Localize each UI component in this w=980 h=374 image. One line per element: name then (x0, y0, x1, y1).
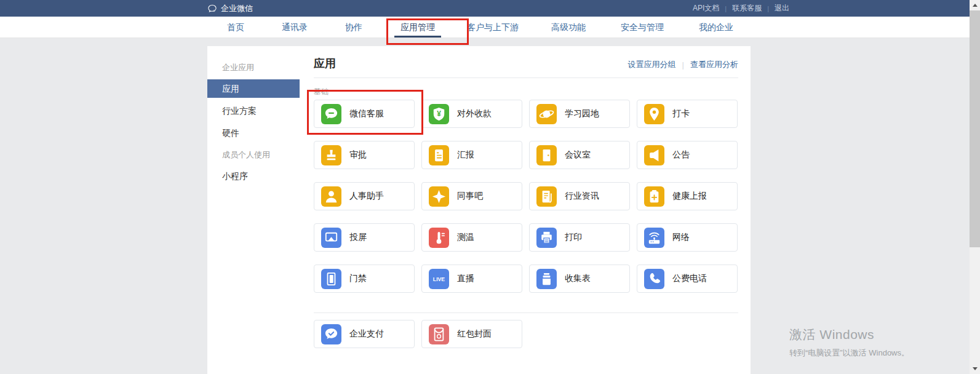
sidebar-section-header: 成员个人使用 (207, 147, 300, 163)
nav-tab[interactable]: 客户与上下游 (463, 17, 522, 38)
app-label: 健康上报 (672, 191, 707, 202)
app-card[interactable]: 人事助手 (314, 182, 415, 210)
svg-text:LIVE: LIVE (433, 276, 445, 282)
door-meeting-icon (536, 145, 557, 165)
nav-tab[interactable]: 首页 (223, 17, 248, 38)
app-label: 测温 (457, 232, 474, 243)
app-card[interactable]: LIVE直播 (421, 265, 522, 293)
app-label: 企业支付 (349, 328, 384, 340)
brand-logo[interactable]: 企业微信 (207, 0, 253, 17)
megaphone-icon (644, 145, 664, 165)
svg-text:¥: ¥ (437, 109, 441, 117)
nav-tab[interactable]: 协作 (341, 17, 366, 38)
app-card[interactable]: 网络 (637, 223, 738, 252)
vertical-scrollbar[interactable] (970, 0, 980, 374)
sidebar-item[interactable]: 硬件 (207, 124, 300, 142)
app-card[interactable]: 企业支付 (314, 320, 415, 348)
sidebar-section-header: 企业应用 (207, 60, 300, 76)
person-icon (321, 186, 341, 207)
app-card[interactable]: 测温 (421, 223, 522, 252)
content-area: 应用 设置应用分组|查看应用分析 基础 微信客服¥对外收款学习园地打卡审批汇报会… (314, 46, 738, 374)
app-card[interactable]: 投屏 (314, 223, 415, 252)
app-card[interactable]: 行业资讯 (529, 182, 630, 210)
stamp-icon (321, 145, 341, 165)
app-label: 直播 (457, 273, 474, 284)
watermark-line1: 激活 Windows (789, 326, 909, 343)
nav-tab[interactable]: 我的企业 (695, 17, 737, 38)
router-icon (644, 228, 664, 248)
windows-activation-watermark: 激活 Windows 转到“电脑设置”以激活 Windows。 (789, 326, 909, 359)
app-card[interactable]: 公告 (637, 141, 738, 169)
app-card[interactable]: 打印 (529, 223, 630, 252)
app-label: 审批 (349, 149, 367, 161)
chevron-up-icon (973, 4, 978, 7)
app-label: 打印 (565, 232, 582, 243)
collect-box-icon (536, 269, 557, 289)
topbar-link[interactable]: API文档 (693, 3, 719, 14)
app-card[interactable]: 门禁 (314, 265, 415, 293)
action-separator: | (682, 60, 684, 70)
chevron-down-icon (973, 367, 978, 370)
door-access-icon (321, 269, 341, 289)
app-card[interactable]: 收集表 (529, 265, 630, 293)
compass-icon (429, 186, 449, 207)
nav-tab[interactable]: 通讯录 (278, 17, 311, 38)
app-card[interactable]: 会议室 (529, 141, 630, 169)
topbar-link[interactable]: 退出 (775, 3, 789, 14)
clipboard-plus-icon (644, 186, 664, 207)
action-link[interactable]: 查看应用分析 (690, 59, 738, 70)
app-label: 学习园地 (565, 108, 599, 119)
app-card[interactable]: 红包封面 (421, 320, 522, 348)
printer-icon (536, 228, 557, 248)
topbar-link[interactable]: 联系客服 (732, 3, 762, 14)
news-icon (536, 186, 557, 207)
app-label: 行业资讯 (565, 191, 599, 202)
scrollbar-up-button[interactable] (970, 0, 980, 10)
app-label: 会议室 (565, 149, 591, 161)
app-label: 公告 (672, 149, 690, 161)
page-title: 应用 (314, 56, 336, 71)
app-card[interactable]: 汇报 (421, 141, 522, 169)
action-link[interactable]: 设置应用分组 (628, 59, 676, 70)
nav-tab[interactable]: 安全与管理 (617, 17, 667, 38)
app-label: 门禁 (349, 273, 367, 284)
app-label: 微信客服 (349, 108, 384, 119)
app-label: 打卡 (672, 108, 690, 119)
live-icon: LIVE (429, 269, 449, 289)
top-bar: 企业微信 API文档|联系客服|退出 (0, 0, 980, 17)
yen-shield-icon: ¥ (429, 104, 449, 124)
sidebar-item[interactable]: 小程序 (207, 167, 300, 185)
thermometer-icon (429, 228, 449, 248)
app-label: 投屏 (349, 232, 367, 243)
app-card[interactable]: 审批 (314, 141, 415, 169)
nav-tab[interactable]: 高级功能 (548, 17, 589, 38)
app-card[interactable]: 微信客服 (314, 100, 415, 128)
app-label: 同事吧 (457, 191, 483, 202)
sidebar-item[interactable]: 应用 (207, 79, 300, 98)
header-actions: 设置应用分组|查看应用分析 (628, 59, 738, 70)
app-label: 人事助手 (349, 191, 384, 202)
app-card[interactable]: 公费电话 (637, 265, 738, 293)
scrollbar-down-button[interactable] (970, 364, 980, 374)
app-label: 公费电话 (672, 273, 707, 284)
phone-icon (644, 269, 664, 289)
watermark-line2: 转到“电脑设置”以激活 Windows。 (789, 348, 909, 359)
screen-cast-icon (321, 228, 341, 248)
app-label: 对外收款 (457, 108, 492, 119)
app-card[interactable]: 同事吧 (421, 182, 522, 210)
section-divider (314, 312, 738, 313)
wework-logo-icon (207, 4, 217, 14)
main-nav: 首页通讯录协作应用管理客户与上下游高级功能安全与管理我的企业 (0, 17, 980, 38)
topbar-links: API文档|联系客服|退出 (693, 0, 789, 17)
app-label: 网络 (672, 232, 690, 243)
app-card[interactable]: ¥对外收款 (421, 100, 522, 128)
nav-tab[interactable]: 应用管理 (397, 17, 439, 38)
app-card[interactable]: 健康上报 (637, 182, 738, 210)
app-group-label: 基础 (314, 87, 329, 97)
app-card[interactable]: 学习园地 (529, 100, 630, 128)
header-divider (314, 78, 738, 78)
sidebar-item[interactable]: 行业方案 (207, 101, 300, 120)
main-panel: 企业应用应用行业方案硬件成员个人使用小程序 应用 设置应用分组|查看应用分析 基… (207, 46, 751, 374)
scrollbar-thumb[interactable] (970, 10, 980, 247)
app-card[interactable]: 打卡 (637, 100, 738, 128)
